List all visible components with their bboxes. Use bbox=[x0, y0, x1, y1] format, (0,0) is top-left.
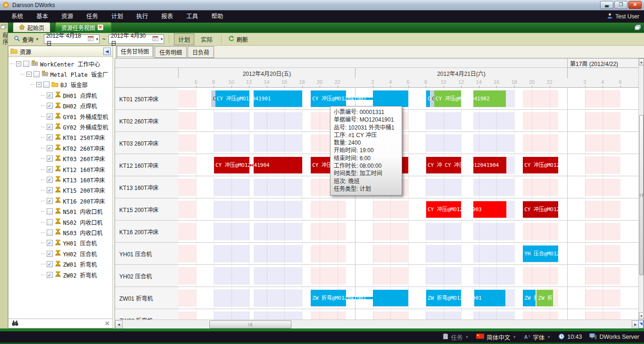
menu-item-2[interactable]: 资源 bbox=[55, 10, 80, 23]
tree-node-KT01[interactable]: ✓KT01 250T冲床 bbox=[41, 132, 105, 143]
binoculars-icon[interactable] bbox=[11, 320, 19, 328]
tab-resource-task-view[interactable]: 资源任务视图 ✕ bbox=[55, 22, 112, 32]
tree-expand-icon[interactable]: − bbox=[16, 61, 21, 66]
tree-node-KT03[interactable]: ✓KT03 260T冲床 bbox=[41, 154, 105, 164]
tree-node-KT15[interactable]: ✓KT15 200T冲床 bbox=[41, 185, 105, 196]
task-bar[interactable]: CY 冲压@MO12041902 bbox=[434, 90, 506, 107]
tree-node-WorkCenter[interactable]: −WorkCenter 工作中心 bbox=[10, 58, 100, 69]
tree-checkbox[interactable]: ✓ bbox=[47, 251, 53, 257]
task-bar[interactable]: ZW 折弯@MO12041902 bbox=[537, 290, 553, 306]
task-bar[interactable]: CY 冲压@MO12041904 bbox=[444, 157, 506, 173]
tree-checkbox[interactable]: ✓ bbox=[47, 198, 53, 204]
tree-checkbox[interactable] bbox=[23, 61, 29, 67]
tree-node-KT12[interactable]: ✓KT12 160T冲床 bbox=[41, 164, 105, 174]
tree-checkbox[interactable] bbox=[33, 71, 40, 77]
horizontal-scroll-thumb[interactable] bbox=[209, 320, 291, 328]
tree-node-GY01[interactable]: ✓GY01 外桶成型机 bbox=[41, 111, 108, 122]
menu-item-7[interactable]: 工具 bbox=[180, 10, 205, 23]
tree-checkbox[interactable] bbox=[47, 208, 53, 214]
tree-node-BJ[interactable]: −BJ 钣金部 bbox=[31, 80, 88, 90]
plan-toggle-button[interactable]: 计划 bbox=[174, 33, 194, 45]
tree-checkbox[interactable]: ✓ bbox=[47, 103, 53, 109]
user-menu[interactable]: Test User bbox=[607, 13, 639, 20]
date-from-field[interactable]: 2012年 4月18日 ▼ bbox=[44, 34, 99, 44]
task-bar[interactable]: CY 冲压@MO12041904 bbox=[214, 157, 302, 173]
tree-expand-icon[interactable]: − bbox=[36, 82, 41, 87]
status-item-0[interactable]: 任务▼ bbox=[443, 333, 469, 342]
tree-checkbox[interactable]: ✓ bbox=[47, 156, 53, 162]
refresh-button[interactable]: 刷新 bbox=[226, 35, 250, 43]
task-bar[interactable]: CY 冲压@MO12041903 bbox=[426, 201, 506, 218]
task-bar[interactable]: C bbox=[211, 90, 215, 107]
scroll-corner-button[interactable]: ◥ bbox=[638, 320, 644, 328]
view-tab-0[interactable]: 任务甘特图 bbox=[116, 45, 154, 58]
tree-checkbox[interactable]: ✓ bbox=[47, 177, 53, 183]
tree-node-Metal[interactable]: −Metal Plate 钣金厂 bbox=[21, 69, 108, 79]
minimize-button[interactable]: ▃ bbox=[600, 1, 613, 9]
menu-item-1[interactable]: 基本 bbox=[30, 10, 55, 23]
task-bar[interactable]: CY 冲压@MO12041901 bbox=[311, 90, 408, 107]
tree-node-DH01[interactable]: ✓DH01 点焊机 bbox=[41, 90, 97, 100]
status-item-2[interactable]: A字体▼ bbox=[524, 333, 551, 342]
status-item-4[interactable]: DWorks Server bbox=[589, 333, 639, 341]
task-bar[interactable]: C bbox=[426, 90, 430, 107]
tree-node-NS03[interactable]: NS03 内收口机 bbox=[41, 227, 103, 238]
tree-checkbox[interactable]: ✓ bbox=[47, 92, 53, 98]
tree-node-GY02[interactable]: ✓GY02 外桶成型机 bbox=[41, 122, 108, 132]
tree-checkbox[interactable]: ✓ bbox=[47, 240, 53, 246]
panel-collapse-button[interactable]: ◀ bbox=[103, 48, 111, 55]
query-button[interactable]: 查询 ▼ bbox=[12, 35, 41, 43]
task-bar[interactable]: CY 冲压@MO12041901 bbox=[215, 90, 302, 107]
tree-checkbox[interactable]: ✓ bbox=[47, 145, 53, 151]
status-item-3[interactable]: 10:43 bbox=[558, 333, 582, 341]
tree-checkbox[interactable]: ✓ bbox=[47, 134, 53, 140]
tree-node-KT16[interactable]: ✓KT16 200T冲床 bbox=[41, 196, 105, 206]
tree-checkbox[interactable]: ✓ bbox=[47, 166, 53, 172]
tree-node-NS01[interactable]: NS01 内收口机 bbox=[41, 206, 103, 217]
menu-item-3[interactable]: 任务 bbox=[80, 10, 105, 23]
tree-checkbox[interactable]: ✓ bbox=[47, 272, 53, 278]
vertical-scroll-thumb[interactable] bbox=[639, 115, 644, 275]
tree-checkbox[interactable] bbox=[43, 82, 50, 88]
task-bar[interactable]: C bbox=[430, 90, 434, 107]
windows-stack-icon[interactable] bbox=[0, 24, 7, 31]
close-button[interactable]: ✕ bbox=[628, 1, 642, 9]
tree-checkbox[interactable]: ✓ bbox=[47, 261, 53, 267]
task-bar[interactable]: YH 压合@MO12041901 bbox=[523, 246, 558, 262]
tree-node-ZW01[interactable]: ✓ZW01 折弯机 bbox=[41, 259, 97, 270]
menu-item-8[interactable]: 帮助 bbox=[205, 10, 230, 23]
tab-strip-windows-icon[interactable] bbox=[635, 25, 641, 32]
restore-button[interactable]: ❐ bbox=[614, 1, 627, 9]
tree-checkbox[interactable] bbox=[47, 219, 53, 225]
vertical-scrollbar[interactable]: ▲▼ bbox=[638, 58, 644, 319]
tree-expand-icon[interactable]: − bbox=[26, 72, 32, 77]
task-bar[interactable]: CY 冲压@MO12041903 bbox=[523, 201, 558, 218]
menu-item-5[interactable]: 执行 bbox=[130, 10, 155, 23]
status-item-1[interactable]: 简体中文▼ bbox=[476, 333, 516, 342]
menu-item-4[interactable]: 计划 bbox=[105, 10, 130, 23]
horizontal-scrollbar[interactable]: ◀▶ bbox=[115, 319, 639, 329]
tree-node-YH02[interactable]: ✓YH02 压合机 bbox=[41, 248, 97, 259]
menu-item-6[interactable]: 报表 bbox=[155, 10, 180, 23]
tree-node-ZW02[interactable]: ✓ZW02 折弯机 bbox=[41, 270, 97, 280]
task-bar[interactable]: ZW 折弯@MO12041901 bbox=[523, 290, 536, 306]
tree-node-NS02[interactable]: NS02 内收口机 bbox=[41, 217, 103, 227]
tab-home[interactable]: 起始页 bbox=[13, 22, 50, 32]
scroll-left-button[interactable]: ◀ bbox=[115, 320, 123, 329]
task-bar[interactable]: CY 冲 bbox=[426, 157, 444, 173]
tree-checkbox[interactable]: ✓ bbox=[47, 124, 53, 130]
actual-toggle-button[interactable]: 实际 bbox=[197, 34, 216, 45]
date-to-field[interactable]: 2012年 4月30日 ▼ bbox=[108, 34, 164, 44]
tab-close-icon[interactable]: ✕ bbox=[98, 25, 103, 30]
panel-close-icon[interactable]: ✕ bbox=[105, 320, 110, 327]
tree-node-KT02[interactable]: ✓KT02 260T冲床 bbox=[41, 143, 105, 153]
task-bar[interactable]: CY 冲压@MO12041904 bbox=[523, 157, 558, 173]
tree-node-KT13[interactable]: ✓KT13 160T冲床 bbox=[41, 174, 105, 185]
view-tab-1[interactable]: 任务明细 bbox=[155, 46, 187, 58]
tree-checkbox[interactable]: ✓ bbox=[47, 114, 53, 120]
task-bar[interactable]: ZW 折弯@MO12041901 bbox=[426, 290, 505, 306]
scroll-up-button[interactable]: ▲ bbox=[639, 58, 644, 66]
tree-node-DH02[interactable]: ✓DH02 点焊机 bbox=[41, 101, 97, 111]
tree-checkbox[interactable] bbox=[47, 229, 53, 236]
menu-item-0[interactable]: 系统 bbox=[5, 10, 30, 23]
